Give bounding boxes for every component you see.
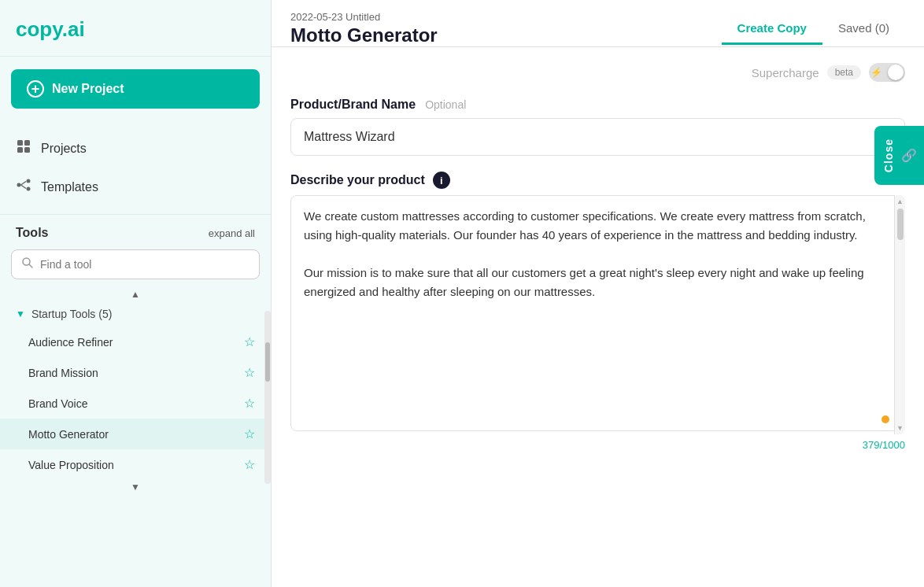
star-icon[interactable]: ☆ [244, 457, 255, 472]
tools-section: Tools expand all ▲ ▼ Startup Tools (5) [0, 215, 271, 587]
page-subtitle: 2022-05-23 Untitled [290, 11, 438, 23]
sidebar: copy.ai + New Project Projects [0, 0, 272, 587]
close-panel-link-icon: 🔗 [901, 148, 916, 164]
new-project-button[interactable]: + New Project [11, 69, 260, 109]
brand-name-input[interactable] [290, 118, 905, 156]
grid-icon [16, 138, 31, 158]
tool-label: Brand Voice [28, 397, 88, 410]
scroll-down-arrow[interactable]: ▼ [0, 480, 271, 494]
branches-icon [16, 177, 31, 197]
close-panel-label: Close [882, 138, 895, 172]
tools-title: Tools [16, 226, 48, 240]
tools-header: Tools expand all [0, 215, 271, 246]
startup-tools-group-header[interactable]: ▼ Startup Tools (5) [0, 301, 271, 327]
svg-rect-0 [17, 140, 23, 146]
sidebar-item-templates[interactable]: Templates [0, 168, 271, 206]
star-icon[interactable]: ☆ [244, 365, 255, 380]
main-area: 2022-05-23 Untitled Motto Generator Crea… [272, 0, 924, 587]
tool-label: Value Proposition [28, 459, 114, 471]
brand-name-label: Product/Brand Name [290, 98, 416, 112]
logo-text-ai: ai [68, 17, 85, 41]
star-icon[interactable]: ☆ [244, 396, 255, 411]
expand-all-button[interactable]: expand all [209, 227, 255, 239]
scroll-up-arrow[interactable]: ▲ [0, 287, 271, 301]
sidebar-nav: Projects Templates [0, 121, 271, 215]
main-content: Supercharge beta ⚡ Product/Brand Name Op… [272, 47, 924, 587]
title-block: 2022-05-23 Untitled Motto Generator [290, 11, 438, 46]
beta-badge: beta [827, 65, 861, 79]
tool-item-motto-generator[interactable]: Motto Generator ☆ [0, 419, 271, 449]
char-count: 379/1000 [290, 439, 905, 451]
plus-icon: + [27, 80, 44, 98]
new-project-label: New Project [52, 82, 124, 96]
projects-label: Projects [41, 142, 87, 156]
sidebar-item-projects[interactable]: Projects [0, 129, 271, 168]
describe-textarea-wrapper: ▲ ▼ [290, 195, 905, 434]
textarea-scroll-up-icon[interactable]: ▲ [896, 198, 904, 205]
tools-list: ▲ ▼ Startup Tools (5) Audience Refiner ☆… [0, 287, 271, 587]
group-arrow-icon: ▼ [16, 308, 25, 319]
main-header: 2022-05-23 Untitled Motto Generator Crea… [272, 0, 924, 47]
brand-name-label-row: Product/Brand Name Optional [290, 98, 905, 112]
tool-label: Motto Generator [28, 428, 109, 441]
logo-dot: . [62, 17, 68, 41]
main-title-row: 2022-05-23 Untitled Motto Generator Crea… [290, 11, 905, 46]
logo: copy.ai [16, 17, 255, 42]
header-tabs: Create Copy Saved (0) [722, 13, 905, 45]
svg-line-7 [21, 182, 27, 186]
logo-area: copy.ai [0, 0, 271, 57]
describe-label: Describe your product [290, 173, 425, 187]
toggle-thumb [888, 65, 904, 80]
search-icon [21, 257, 34, 272]
svg-rect-3 [24, 147, 30, 153]
templates-label: Templates [41, 180, 98, 194]
tool-label: Brand Mission [28, 367, 98, 379]
tab-create-copy[interactable]: Create Copy [722, 13, 822, 45]
tool-item-brand-mission[interactable]: Brand Mission ☆ [0, 357, 271, 388]
tool-item-brand-voice[interactable]: Brand Voice ☆ [0, 388, 271, 419]
group-label: Startup Tools (5) [31, 308, 112, 320]
info-icon: i [433, 172, 450, 189]
svg-point-4 [17, 183, 21, 187]
tool-item-audience-refiner[interactable]: Audience Refiner ☆ [0, 327, 271, 357]
tool-label: Audience Refiner [28, 336, 113, 349]
optional-badge: Optional [425, 98, 466, 111]
dot-indicator [881, 415, 889, 423]
svg-line-8 [21, 185, 27, 189]
star-icon[interactable]: ☆ [244, 334, 255, 349]
page-title: Motto Generator [290, 24, 438, 46]
describe-textarea[interactable] [290, 195, 905, 431]
describe-label-row: Describe your product i [290, 172, 905, 189]
svg-line-10 [29, 264, 32, 268]
supercharge-toggle[interactable]: ⚡ [869, 63, 905, 82]
tab-saved[interactable]: Saved (0) [822, 13, 905, 45]
supercharge-label: Supercharge [752, 66, 819, 79]
logo-text-copy: copy [16, 17, 62, 41]
supercharge-row: Supercharge beta ⚡ [290, 63, 905, 82]
search-box[interactable] [11, 249, 260, 279]
svg-point-5 [27, 179, 31, 183]
find-tool-input[interactable] [40, 258, 249, 271]
svg-rect-2 [17, 147, 23, 153]
close-panel[interactable]: 🔗 Close [874, 126, 924, 185]
tool-item-value-proposition[interactable]: Value Proposition ☆ [0, 449, 271, 480]
star-icon[interactable]: ☆ [244, 426, 255, 441]
lightning-icon: ⚡ [870, 67, 882, 78]
svg-point-6 [27, 187, 31, 191]
textarea-scroll-down-icon[interactable]: ▼ [896, 424, 904, 432]
svg-rect-1 [24, 140, 30, 146]
